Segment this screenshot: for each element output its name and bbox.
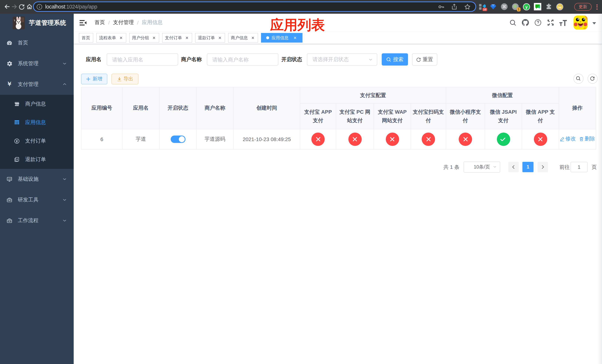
- sidebar-item-workflow[interactable]: 工作流程: [0, 210, 74, 231]
- col-alipay-pc: 支付宝 PC 网站支付: [336, 103, 374, 129]
- close-icon[interactable]: ✕: [251, 35, 255, 40]
- export-button[interactable]: 导出: [111, 74, 139, 84]
- help-icon[interactable]: [534, 19, 542, 26]
- delete-link[interactable]: 删除: [579, 136, 595, 142]
- extension-command-icon[interactable]: ⌘: [501, 3, 508, 11]
- current-page-button[interactable]: 1: [522, 162, 534, 172]
- sidebar-item-refund-orders[interactable]: 退款订单: [0, 150, 74, 169]
- status-circle-alipay-wap[interactable]: [386, 132, 399, 146]
- browser-menu-icon[interactable]: [595, 3, 599, 11]
- prev-page-button[interactable]: [508, 162, 519, 172]
- col-wechat-jsapi: 微信 JSAPI 支付: [485, 103, 522, 129]
- reset-button[interactable]: 重置: [412, 53, 437, 65]
- bookmark-star-icon[interactable]: [464, 3, 471, 10]
- tag-refund-orders[interactable]: 退款订单✕: [195, 33, 225, 43]
- site-info-icon[interactable]: [36, 3, 43, 10]
- sidebar-item-system[interactable]: 系统管理: [0, 53, 74, 74]
- browser-back-icon[interactable]: [4, 2, 11, 11]
- sidebar-item-payment[interactable]: ￥ 支付管理: [0, 74, 74, 95]
- search-icon[interactable]: [509, 19, 516, 26]
- browser-reload-icon[interactable]: [18, 2, 25, 11]
- tags-view-bar: 首页 流程表单✕ 用户分组✕ 支付订单✕ 退款订单✕ 商户信息✕ 应用信息✕: [74, 32, 602, 44]
- yen-icon: ￥: [7, 81, 12, 87]
- status-circle-alipay-app[interactable]: [311, 132, 325, 146]
- url-text: localhost:1024/pay/app: [45, 4, 97, 10]
- sidebar-logo[interactable]: 芋道管理系统: [0, 13, 74, 32]
- sidebar-toggle-icon[interactable]: [79, 19, 87, 27]
- search-button[interactable]: 搜索: [382, 53, 408, 65]
- sidebar-item-merchant-info[interactable]: 商户信息: [0, 95, 74, 113]
- status-circle-wechat-app[interactable]: [534, 132, 547, 146]
- sidebar-item-dev-tools[interactable]: 研发工具: [0, 189, 74, 210]
- address-bar[interactable]: localhost:1024/pay/app: [33, 1, 476, 12]
- refresh-icon: [416, 57, 421, 62]
- scrollbar-gutter[interactable]: [598, 13, 602, 364]
- sidebar-item-home[interactable]: 首页: [0, 32, 74, 53]
- coin-yen-icon: [14, 138, 20, 144]
- user-avatar[interactable]: [573, 16, 588, 30]
- github-icon[interactable]: [521, 19, 529, 27]
- sidebar-item-pay-orders[interactable]: 支付订单: [0, 132, 74, 150]
- chevron-down-icon: [368, 57, 373, 62]
- cell-actions: 修改 删除: [559, 129, 596, 149]
- browser-home-icon[interactable]: [26, 2, 33, 11]
- status-circle-alipay-qr[interactable]: [422, 132, 435, 146]
- sidebar-submenu-payment: 商户信息 应用信息 支付订单 退款订单: [0, 95, 74, 169]
- tag-merchant-info[interactable]: 商户信息✕: [228, 33, 258, 43]
- breadcrumb: 首页 / 支付管理 / 应用信息: [95, 13, 163, 32]
- browser-update-button[interactable]: 更新: [574, 3, 592, 11]
- tag-process-form[interactable]: 流程表单✕: [96, 33, 126, 43]
- tag-user-group[interactable]: 用户分组✕: [129, 33, 159, 43]
- extension-recorder-icon[interactable]: 1: [512, 3, 519, 11]
- extension-green-icon[interactable]: y: [523, 3, 530, 11]
- password-key-icon[interactable]: [438, 3, 445, 10]
- extension-chat-icon[interactable]: [534, 3, 541, 11]
- browser-forward-icon[interactable]: [11, 2, 18, 11]
- extensions-puzzle-icon[interactable]: [545, 3, 552, 11]
- close-icon[interactable]: ✕: [119, 35, 123, 40]
- page-size-select[interactable]: 10条/页: [463, 161, 500, 172]
- breadcrumb-home[interactable]: 首页: [95, 20, 105, 26]
- share-icon[interactable]: [451, 3, 458, 10]
- sidebar-item-infrastructure[interactable]: 基础设施: [0, 169, 74, 189]
- col-created: 创建时间: [233, 87, 300, 129]
- edit-link[interactable]: 修改: [560, 136, 576, 142]
- fullscreen-icon[interactable]: [547, 19, 554, 26]
- sidebar-item-app-info[interactable]: 应用信息: [0, 113, 74, 132]
- status-circle-wechat-mini[interactable]: [459, 132, 472, 146]
- close-icon[interactable]: ✕: [185, 35, 189, 40]
- shop-icon: [14, 101, 20, 107]
- close-icon[interactable]: ✕: [293, 35, 297, 40]
- refresh-table-button[interactable]: [587, 74, 597, 84]
- extension-gem-icon[interactable]: [489, 3, 497, 11]
- extension-blocker-icon[interactable]: 10: [478, 3, 486, 11]
- close-icon[interactable]: ✕: [218, 35, 222, 40]
- caret-down-icon[interactable]: [592, 22, 596, 25]
- tag-pay-orders[interactable]: 支付订单✕: [162, 33, 192, 43]
- merchant-name-input[interactable]: [207, 53, 279, 65]
- status-toggle[interactable]: [171, 135, 185, 143]
- sidebar-menu: 首页 系统管理 ￥ 支付管理 商户信息 应用信息: [0, 32, 74, 231]
- goto-page-input[interactable]: [570, 162, 588, 172]
- breadcrumb-payment[interactable]: 支付管理: [113, 20, 134, 26]
- sidebar-item-label: 应用信息: [25, 119, 46, 126]
- search-icon: [386, 57, 391, 62]
- tag-app-info[interactable]: 应用信息✕: [261, 33, 302, 43]
- next-page-button[interactable]: [538, 162, 548, 172]
- profile-emoji-icon[interactable]: [556, 3, 563, 11]
- chevron-down-icon: [62, 62, 66, 65]
- status-circle-alipay-pc[interactable]: [348, 132, 362, 146]
- status-circle-wechat-jsapi[interactable]: [497, 132, 510, 146]
- app-name-input[interactable]: [107, 53, 178, 65]
- toggle-search-button[interactable]: [573, 74, 583, 84]
- close-icon[interactable]: ✕: [152, 35, 156, 40]
- status-select[interactable]: 请选择开启状态: [307, 53, 377, 65]
- add-button[interactable]: 新增: [81, 74, 107, 84]
- active-dot: [266, 36, 269, 39]
- monitor-icon: [7, 176, 12, 182]
- tag-home[interactable]: 首页: [79, 33, 93, 43]
- font-size-icon[interactable]: [559, 19, 568, 27]
- cell-app-name: 芋道: [122, 129, 159, 149]
- pagination: 共 1 条 10条/页 1 前往 页: [74, 161, 595, 172]
- extension-icons: 10 ⌘ 1 y: [478, 0, 563, 13]
